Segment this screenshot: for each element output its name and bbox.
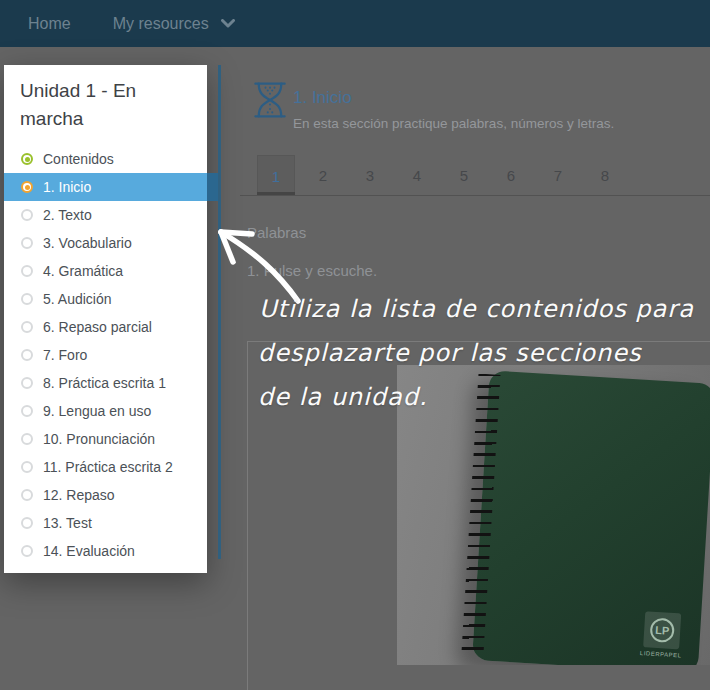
radio-bullet-icon bbox=[21, 405, 33, 417]
sidebar-item-label: 2. Texto bbox=[43, 207, 92, 223]
contents-list: Contenidos 1. Inicio 2. Texto 3. Vocabul… bbox=[4, 145, 207, 565]
sidebar-item-texto[interactable]: 2. Texto bbox=[4, 201, 207, 229]
top-navbar: Home My resources bbox=[0, 0, 710, 47]
logo-brand-text: LIDERPAPEL bbox=[635, 650, 687, 659]
sidebar-item-practica-escrita-2[interactable]: 11. Práctica escrita 2 bbox=[4, 453, 207, 481]
sidebar-item-contenidos[interactable]: Contenidos bbox=[4, 145, 207, 173]
radio-bullet-icon bbox=[21, 293, 33, 305]
page-tab-8[interactable]: 8 bbox=[586, 155, 624, 196]
logo-initials: LP bbox=[649, 618, 674, 643]
sidebar-item-label: 6. Repaso parcial bbox=[43, 319, 152, 335]
sidebar-item-evaluacion[interactable]: 14. Evaluación bbox=[4, 537, 207, 565]
radio-bullet-icon bbox=[21, 237, 33, 249]
section-title[interactable]: 1. Inicio bbox=[293, 88, 352, 108]
sidebar-item-label: 12. Repaso bbox=[43, 487, 115, 503]
sidebar-item-label: 11. Práctica escrita 2 bbox=[43, 459, 173, 475]
page-tab-4[interactable]: 4 bbox=[398, 155, 436, 196]
sidebar-item-label: 14. Evaluación bbox=[43, 543, 135, 559]
radio-bullet-icon bbox=[21, 377, 33, 389]
sidebar-item-inicio[interactable]: 1. Inicio bbox=[4, 173, 207, 201]
sidebar-item-label: 7. Foro bbox=[43, 347, 87, 363]
page-tab-1[interactable]: 1 bbox=[257, 155, 295, 196]
radio-bullet-icon bbox=[21, 181, 33, 193]
notebook-logo: LP LIDERPAPEL bbox=[635, 611, 690, 659]
radio-bullet-icon bbox=[21, 265, 33, 277]
sidebar-item-vocabulario[interactable]: 3. Vocabulario bbox=[4, 229, 207, 257]
sidebar-item-pronunciacion[interactable]: 10. Pronunciación bbox=[4, 425, 207, 453]
radio-bullet-icon bbox=[21, 545, 33, 557]
sidebar-item-repaso-parcial[interactable]: 6. Repaso parcial bbox=[4, 313, 207, 341]
nav-my-resources-label: My resources bbox=[113, 15, 209, 33]
page-tabs: 1 2 3 4 5 6 7 8 bbox=[257, 155, 624, 196]
hourglass-icon bbox=[253, 82, 287, 118]
tour-message-line: de la unidad. bbox=[258, 383, 428, 411]
radio-bullet-icon bbox=[21, 433, 33, 445]
section-subtitle: En esta sección practique palabras, núme… bbox=[293, 116, 614, 131]
sidebar-item-label: 3. Vocabulario bbox=[43, 235, 132, 251]
notebook-photo: LP LIDERPAPEL bbox=[397, 365, 710, 665]
sidebar-item-label: 10. Pronunciación bbox=[43, 431, 155, 447]
sidebar-item-label: 9. Lengua en uso bbox=[43, 403, 151, 419]
radio-bullet-icon bbox=[21, 209, 33, 221]
sidebar-item-gramatica[interactable]: 4. Gramática bbox=[4, 257, 207, 285]
nav-my-resources-link[interactable]: My resources bbox=[113, 15, 235, 33]
nav-home-link[interactable]: Home bbox=[28, 15, 71, 33]
sidebar-item-label: 4. Gramática bbox=[43, 263, 123, 279]
sidebar-item-label: 13. Test bbox=[43, 515, 92, 531]
contents-sidebar: Unidad 1 - En marcha Contenidos 1. Inici… bbox=[4, 65, 207, 573]
sidebar-border-line bbox=[218, 65, 221, 559]
page-tab-2[interactable]: 2 bbox=[304, 155, 342, 196]
notebook: LP LIDERPAPEL bbox=[472, 370, 710, 665]
sidebar-item-audicion[interactable]: 5. Audición bbox=[4, 285, 207, 313]
tabs-divider bbox=[240, 195, 710, 196]
radio-bullet-icon bbox=[21, 349, 33, 361]
sidebar-item-lengua-en-uso[interactable]: 9. Lengua en uso bbox=[4, 397, 207, 425]
radio-bullet-icon bbox=[21, 461, 33, 473]
sidebar-item-label: 8. Práctica escrita 1 bbox=[43, 375, 166, 391]
sidebar-item-practica-escrita-1[interactable]: 8. Práctica escrita 1 bbox=[4, 369, 207, 397]
page-tab-3[interactable]: 3 bbox=[351, 155, 389, 196]
sidebar-item-label: 1. Inicio bbox=[43, 179, 91, 195]
sidebar-item-label: Contenidos bbox=[43, 151, 114, 167]
tour-message-line: desplazarte por las secciones bbox=[258, 339, 642, 367]
unit-title: Unidad 1 - En marcha bbox=[20, 77, 192, 132]
page-tab-5[interactable]: 5 bbox=[445, 155, 483, 196]
sidebar-item-foro[interactable]: 7. Foro bbox=[4, 341, 207, 369]
chevron-down-icon bbox=[221, 19, 235, 28]
sidebar-item-test[interactable]: 13. Test bbox=[4, 509, 207, 537]
tour-message-line: Utiliza la lista de contenidos para bbox=[259, 295, 694, 323]
radio-bullet-icon bbox=[21, 517, 33, 529]
radio-bullet-icon bbox=[21, 321, 33, 333]
page-tab-6[interactable]: 6 bbox=[492, 155, 530, 196]
radio-bullet-icon bbox=[21, 153, 33, 165]
radio-bullet-icon bbox=[21, 489, 33, 501]
spiral-binding bbox=[461, 374, 500, 657]
sidebar-item-repaso[interactable]: 12. Repaso bbox=[4, 481, 207, 509]
page-tab-7[interactable]: 7 bbox=[539, 155, 577, 196]
sidebar-item-label: 5. Audición bbox=[43, 291, 112, 307]
